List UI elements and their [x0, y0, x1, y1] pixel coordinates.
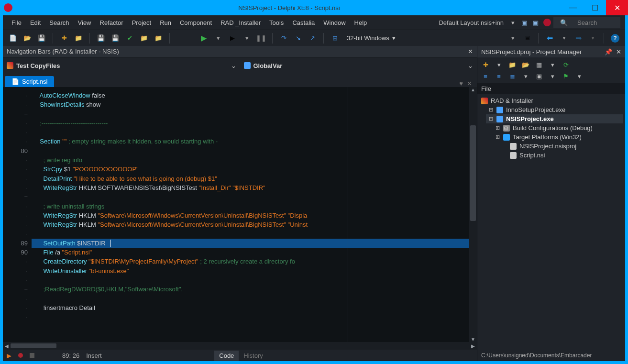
remove-icon[interactable]: 📂 [521, 60, 530, 69]
expand-icon[interactable]: ⊞ [495, 125, 500, 131]
bottom-tab-code[interactable]: Code [214, 351, 239, 361]
save-icon[interactable]: 💾 [36, 33, 47, 44]
new-project-icon[interactable]: ✚ [481, 60, 490, 69]
open-project-icon[interactable]: 📁 [73, 33, 84, 44]
close-button[interactable]: ✕ [606, 0, 628, 15]
help-button[interactable]: ? [610, 33, 620, 44]
menu-rad-installer[interactable]: RAD _Installer [217, 17, 264, 28]
tree-node-script[interactable]: Script.nsi [499, 151, 623, 160]
project-tree[interactable]: RAD & Installer ⊞ InnoSetupProject.exe ⊟… [477, 94, 625, 162]
pause-button[interactable]: ❚❚ [256, 33, 266, 44]
save-all-icon[interactable]: 💾 [96, 33, 106, 44]
platform-selector[interactable]: 32-bit Windows ▾ [344, 34, 398, 42]
step-over-icon[interactable]: ↷ [278, 33, 289, 44]
maximize-button[interactable]: ☐ [584, 0, 606, 15]
layout-selector[interactable]: Default Layout nsis+inn [436, 17, 507, 28]
expand-icon[interactable]: ⊞ [495, 134, 500, 140]
desktop-icon[interactable]: 🖥 [522, 33, 532, 44]
refresh-icon[interactable]: ⟳ [562, 60, 570, 69]
tree-node-inno[interactable]: ⊞ InnoSetupProject.exe [486, 105, 623, 114]
layout-icon[interactable]: ▣ [535, 72, 543, 80]
step-into-icon[interactable]: ↘ [293, 33, 303, 44]
chevron-down-icon[interactable]: ▾ [495, 60, 503, 69]
collapse-icon[interactable]: ≡ [495, 72, 503, 80]
add-file-icon[interactable]: 📁 [508, 60, 517, 69]
folder-add-icon[interactable]: 📁 [139, 33, 149, 44]
menu-run[interactable]: Run [156, 17, 175, 28]
step-out-icon[interactable]: ↗ [307, 33, 318, 44]
tree-node-build[interactable]: ⊞ ⚙ Build Configurations (Debug) [493, 123, 623, 132]
pm-column-header[interactable]: File [477, 83, 625, 94]
menu-refactor[interactable]: Refactor [96, 17, 127, 28]
tree-node-nsis[interactable]: ⊟ NSISProject.exe [486, 114, 623, 123]
save-as-icon[interactable]: 💾 [110, 33, 121, 44]
open-icon[interactable]: 📂 [22, 33, 33, 44]
layout-icon-1[interactable]: ▣ [519, 17, 529, 28]
chevron-down-icon[interactable]: ▾ [548, 60, 557, 69]
run-dropdown2-icon[interactable]: ▾ [242, 33, 252, 44]
menu-project[interactable]: Project [128, 17, 155, 28]
nav-back-dropdown[interactable]: ▾ [559, 33, 569, 44]
menu-castalia[interactable]: Castalia [288, 17, 319, 28]
pin-icon[interactable]: 📌 [605, 48, 612, 55]
close-tab-button[interactable]: ✕ [467, 80, 472, 87]
tree-node-platforms[interactable]: ⊞ Target Platforms (Win32) [493, 132, 623, 142]
view-icon[interactable]: ▦ [535, 60, 543, 69]
vertical-scrollbar[interactable]: ▲▼ [469, 87, 477, 342]
brand-icon[interactable] [542, 17, 552, 28]
code-content[interactable]: AutoCloseWindow false ShowInstDetails sh… [32, 87, 477, 342]
chevron-down-icon[interactable]: ▾ [507, 33, 518, 44]
chevron-down-icon[interactable]: ⌄ [464, 62, 477, 69]
chevron-down-icon[interactable]: ▾ [575, 72, 584, 80]
menu-view[interactable]: View [74, 17, 95, 28]
record-icon[interactable] [18, 353, 23, 358]
chevron-down-icon[interactable]: ▾ [521, 72, 530, 80]
folder-new-icon[interactable]: 📁 [153, 33, 164, 44]
main-toolbar: 📄 📂 💾 ✚ 📁 💾 💾 ✔ 📁 📁 ▶ ▾ ▶ ▾ ❚❚ ↷ ↘ ↗ ⊞ 3… [3, 30, 625, 46]
chevron-down-icon[interactable]: ▾ [507, 17, 518, 28]
filter-icon[interactable]: ⚑ [562, 72, 570, 80]
menu-window[interactable]: Window [320, 17, 349, 28]
gear-icon: ⚙ [503, 125, 510, 132]
menu-edit[interactable]: Edit [26, 17, 44, 28]
minimize-button[interactable]: — [562, 0, 584, 15]
chevron-down-icon[interactable]: ⌄ [227, 62, 240, 69]
search-box[interactable]: 🔍 Search [553, 17, 620, 28]
menu-tools[interactable]: Tools [265, 17, 287, 28]
stop-icon[interactable] [30, 353, 34, 358]
nav-forward-dropdown[interactable]: ▾ [587, 33, 598, 44]
collapse-icon[interactable]: ⊟ [488, 116, 494, 122]
add-icon[interactable]: ✔ [124, 33, 135, 44]
caret-position: 89: 26 [62, 352, 79, 359]
run-no-debug-icon[interactable]: ▶ [227, 33, 238, 44]
nav-global-selector[interactable]: GlobalVar [240, 62, 464, 69]
status-path: C:\Users\unsigned\Documents\Embarcader [477, 350, 625, 361]
play-icon[interactable]: ▶ [7, 352, 11, 359]
nav-section-selector[interactable]: Test CopyFiles [3, 62, 227, 69]
run-button[interactable]: ▶ [198, 33, 209, 44]
code-editor[interactable]: 80 8990 AutoCloseWindow false ShowInstDe… [3, 87, 477, 342]
menu-file[interactable]: File [8, 17, 25, 28]
expand-icon[interactable]: ⊞ [488, 107, 494, 113]
chevron-down-icon[interactable]: ▾ [548, 72, 557, 80]
menu-component[interactable]: Component [176, 17, 216, 28]
menu-help[interactable]: Help [351, 17, 371, 28]
layout-icon-2[interactable]: ▣ [530, 17, 541, 28]
editor-tab-active[interactable]: 📄 Script.nsi [5, 76, 54, 87]
menu-search[interactable]: Search [45, 17, 73, 28]
new-file-icon[interactable]: 📄 [8, 33, 18, 44]
run-dropdown-icon[interactable]: ▾ [213, 33, 223, 44]
close-panel-button[interactable]: ✕ [616, 48, 621, 55]
expand-icon[interactable]: ≡ [481, 72, 490, 80]
platforms-icon [503, 134, 510, 141]
close-panel-button[interactable]: ✕ [468, 48, 473, 55]
nav-forward-button[interactable]: ➡ [573, 33, 584, 44]
horizontal-scrollbar[interactable]: ◀▶ [3, 342, 477, 350]
heart-icon[interactable]: ♥ [459, 80, 463, 87]
nav-back-button[interactable]: ⬅ [544, 33, 555, 44]
bottom-tab-history[interactable]: History [239, 351, 267, 361]
list-icon[interactable]: ≣ [508, 72, 517, 80]
new-form-icon[interactable]: ✚ [59, 33, 69, 44]
tree-node-nsisproj[interactable]: NSISProject.nsisproj [499, 142, 623, 151]
tree-root[interactable]: RAD & Installer [479, 96, 623, 105]
